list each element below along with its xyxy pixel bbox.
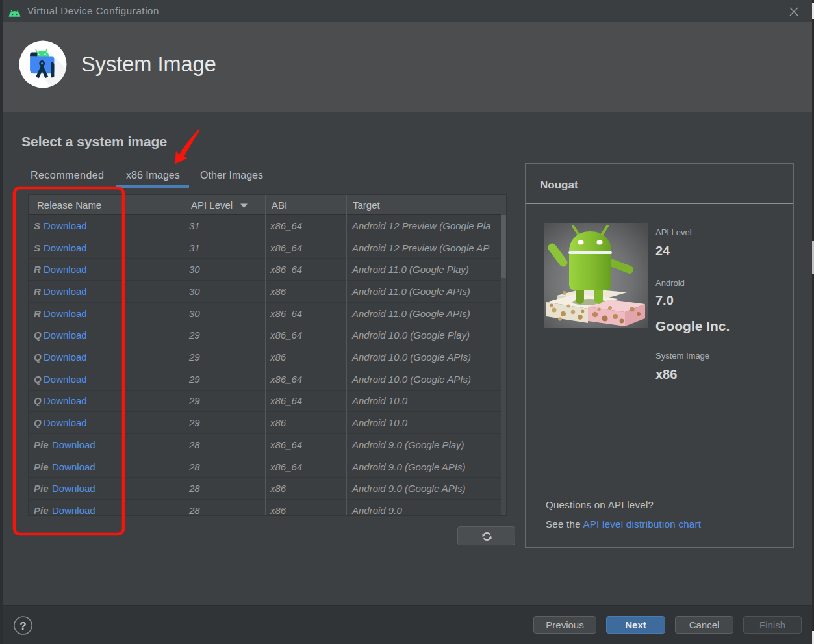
svg-text:?: ? — [19, 620, 26, 632]
